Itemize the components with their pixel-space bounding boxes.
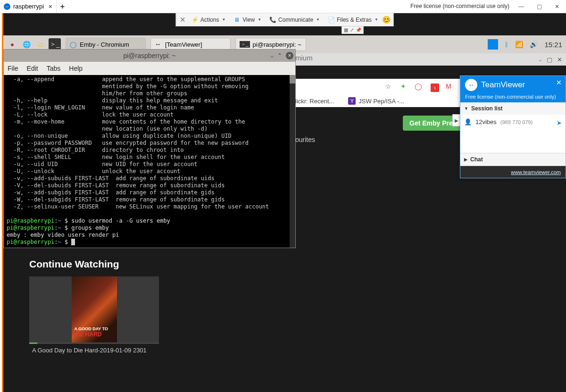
- cursor-icon: ➤: [557, 119, 562, 126]
- chevron-down-icon: ▼: [222, 17, 225, 22]
- chevron-down-icon: ▼: [258, 17, 261, 22]
- continue-watching-section: Continue Watching A GOOD DAY TO DIE HARD…: [29, 259, 159, 354]
- terminal-close[interactable]: ×: [286, 52, 293, 59]
- evernote-icon[interactable]: ✦: [399, 82, 408, 91]
- actions-label: Actions: [200, 17, 219, 23]
- chromium-maximize[interactable]: ▢: [547, 56, 552, 63]
- terminal-maximize[interactable]: ⌃: [277, 52, 282, 59]
- terminal-minimize[interactable]: ⌵: [270, 52, 274, 59]
- panel-collapse-handle[interactable]: ▶: [452, 114, 460, 126]
- bookmark-flickr[interactable]: lickr: Recent...: [295, 98, 334, 105]
- opera-icon[interactable]: ◯: [414, 82, 423, 91]
- session-list-header[interactable]: ▼ Session list: [460, 102, 566, 115]
- chromium-title-fragment: mium: [295, 54, 313, 62]
- task-label: pi@raspberrypi: ~: [253, 41, 301, 48]
- chromium-minimize[interactable]: ⌵: [539, 57, 542, 63]
- chevron-down-icon: ▼: [464, 106, 468, 111]
- host-connection-tab[interactable]: ↔ raspberrypi ×: [0, 0, 57, 13]
- maximize-button[interactable]: ▢: [530, 0, 548, 13]
- panel-license-text: Free license (non-commercial use only): [460, 94, 566, 102]
- favorites-fragment[interactable]: ourites: [295, 136, 315, 143]
- watch-progress-bar: [29, 342, 159, 344]
- teamviewer-tray-icon[interactable]: ↔: [488, 39, 498, 50]
- continue-watching-heading: Continue Watching: [29, 259, 159, 270]
- user-icon: 👤: [464, 118, 472, 125]
- badge-icon[interactable]: ◆1: [429, 82, 438, 91]
- lightning-icon: ⚡: [191, 16, 199, 24]
- monitor-icon: 🖥: [233, 16, 241, 24]
- terminal-output[interactable]: -a, --append append the user to the supp…: [4, 75, 295, 248]
- toolbar-pin-tray[interactable]: ▦ ⤢ 📌: [341, 26, 364, 34]
- panel-header: ↔ TeamViewer ✕: [460, 76, 566, 94]
- terminal-window: pi@raspberrypi: ~ ⌵ ⌃ × File Edit Tabs H…: [3, 49, 296, 248]
- chevron-down-icon: ▼: [375, 17, 378, 22]
- menu-tabs[interactable]: Tabs: [47, 65, 61, 72]
- task-label: [TeamViewer]: [165, 41, 202, 48]
- star-icon[interactable]: ☆: [384, 82, 392, 91]
- teamviewer-icon: ↔: [155, 41, 162, 48]
- close-icon[interactable]: ×: [49, 3, 52, 10]
- pin-icon: 📌: [356, 27, 361, 33]
- volume-icon[interactable]: 🔊: [530, 41, 538, 48]
- communicate-label: Communicate: [278, 17, 313, 23]
- chevron-down-icon: ▼: [316, 17, 320, 22]
- poster-title: DIE HARD: [75, 332, 108, 338]
- chat-label: Chat: [470, 156, 483, 163]
- bookmark-jsw[interactable]: Y JSW Pep/ISA -...: [348, 97, 404, 105]
- session-name: 12vibes: [475, 118, 497, 125]
- teamviewer-icon: ↔: [4, 3, 10, 10]
- chromium-close[interactable]: ✕: [557, 56, 562, 63]
- expand-icon: ⤢: [350, 27, 354, 33]
- files-extras-label: Files & Extras: [337, 17, 372, 23]
- communicate-menu[interactable]: 📞 Communicate ▼: [266, 15, 323, 25]
- close-icon[interactable]: ✕: [556, 79, 562, 86]
- actions-menu[interactable]: ⚡ Actions ▼: [188, 15, 228, 25]
- new-tab-button[interactable]: +: [57, 2, 68, 11]
- movie-title: A Good Day to Die Hard-2019-01-09 2301: [29, 347, 159, 354]
- chat-section: ▶ Chat: [460, 153, 566, 166]
- session-list-section: ▼ Session list 👤 12vibes (989 770 079) ➤: [460, 102, 566, 153]
- chevron-right-icon: ▶: [464, 157, 467, 162]
- host-license-text: Free license (non-commercial use only): [410, 3, 509, 9]
- close-button[interactable]: ✕: [548, 0, 566, 13]
- host-tab-label: raspberrypi: [13, 3, 44, 10]
- panel-brand: TeamViewer: [481, 80, 525, 90]
- panel-footer: www.teamviewer.com: [460, 166, 566, 178]
- terminal-title-text: pi@raspberrypi: ~: [123, 52, 175, 59]
- bluetooth-icon[interactable]: ᛒ: [505, 41, 508, 48]
- phone-icon: 📞: [269, 16, 276, 24]
- session-id: (989 770 079): [500, 119, 533, 125]
- minimize-button[interactable]: —: [512, 0, 530, 13]
- continue-watching-card[interactable]: A GOOD DAY TO DIE HARD A Good Day to Die…: [29, 276, 159, 354]
- session-item[interactable]: 👤 12vibes (989 770 079) ➤: [460, 115, 566, 129]
- view-menu[interactable]: 🖥 View ▼: [230, 15, 264, 25]
- terminal-titlebar[interactable]: pi@raspberrypi: ~ ⌵ ⌃ ×: [4, 50, 295, 62]
- menu-file[interactable]: File: [8, 65, 18, 72]
- grid-icon: ▦: [344, 27, 348, 33]
- menu-edit[interactable]: Edit: [27, 65, 38, 72]
- task-label: Emby - Chromium: [80, 41, 129, 48]
- teamviewer-logo-icon: ↔: [465, 79, 477, 91]
- host-window-controls: — ▢ ✕: [512, 0, 566, 13]
- terminal-icon: ＞_: [240, 41, 250, 48]
- remote-screen: ✕ ⚡ Actions ▼ 🖥 View ▼ 📞 Communicate ▼ 📄…: [2, 13, 566, 392]
- terminal-menubar: File Edit Tabs Help: [4, 62, 295, 75]
- teamviewer-panel: ↔ TeamViewer ✕ Free license (non-commerc…: [460, 75, 566, 178]
- movie-poster: A GOOD DAY TO DIE HARD: [29, 276, 159, 342]
- menu-help[interactable]: Help: [69, 65, 83, 72]
- files-extras-menu[interactable]: 📄 Files & Extras ▼: [325, 15, 381, 25]
- teamviewer-link[interactable]: www.teamviewer.com: [511, 169, 561, 175]
- gmail-icon[interactable]: M: [444, 82, 453, 91]
- yahoo-icon: Y: [348, 97, 356, 105]
- chat-header[interactable]: ▶ Chat: [460, 153, 566, 166]
- files-icon: 📄: [327, 16, 335, 24]
- bookmarks-bar: lickr: Recent... Y JSW Pep/ISA -...: [295, 97, 404, 105]
- chromium-ext-icons: ☆ ✦ ◯ ◆1 M: [384, 82, 453, 91]
- view-label: View: [242, 17, 255, 23]
- close-session-icon[interactable]: ✕: [179, 16, 186, 24]
- chrome-icon: ◯: [70, 41, 77, 48]
- session-list-label: Session list: [471, 105, 503, 112]
- wifi-icon[interactable]: 📶: [515, 41, 523, 48]
- clock[interactable]: 15:21: [544, 41, 562, 49]
- feedback-icon[interactable]: 😊: [383, 16, 391, 24]
